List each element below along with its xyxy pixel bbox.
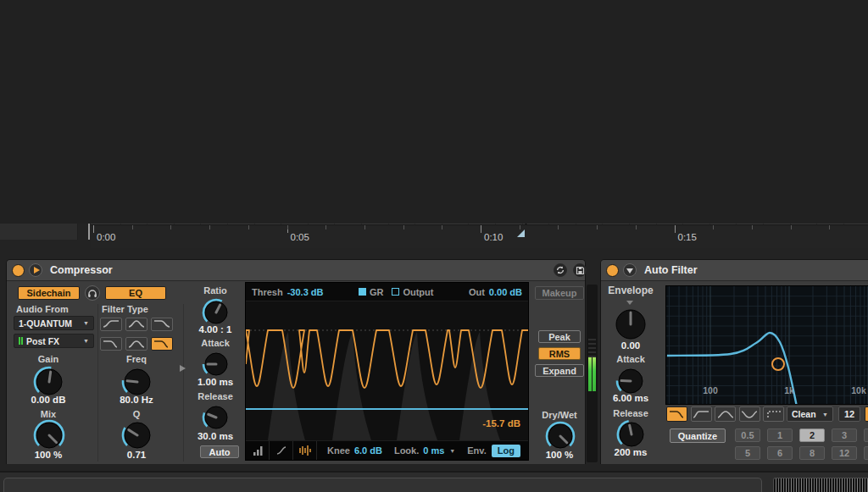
audio-from-label: Audio From [16, 304, 92, 314]
ratio-label: Ratio [181, 285, 249, 296]
device-on-led[interactable] [12, 264, 25, 277]
ruler-minor-tick [403, 225, 404, 229]
routing-select[interactable]: Post FX ▼ [14, 334, 94, 348]
quantize-button[interactable]: Quantize [670, 428, 726, 443]
auto-filter-title-bar[interactable]: Auto Filter [601, 260, 868, 281]
device-title: Auto Filter [644, 264, 698, 276]
q-value: 0.71 [103, 450, 170, 460]
auto-release-button[interactable]: Auto [200, 445, 239, 458]
freq-tick-100: 100 [693, 385, 727, 395]
ruler-label: 0:00 [97, 232, 115, 242]
af-release-value: 200 ms [601, 447, 660, 457]
ruler-minor-tick [287, 225, 288, 229]
device-on-led[interactable] [606, 264, 619, 277]
comp-filter-type-lowpass[interactable] [151, 337, 173, 351]
comp-filter-type-shelf-right-icon [102, 318, 120, 330]
af-filter-type-bandpass-icon [716, 408, 735, 420]
quantize-value-8[interactable]: 8 [799, 446, 825, 460]
slope-12-button[interactable]: 12 [838, 406, 860, 422]
af-filter-type-notch[interactable] [739, 406, 760, 422]
device-title: Compressor [50, 264, 113, 276]
comp-filter-type-bell[interactable] [125, 318, 147, 331]
ruler-major-tick [481, 225, 481, 233]
quantize-value-1[interactable]: 1 [767, 428, 793, 442]
filter-display[interactable]: 100 1k 10k [665, 285, 868, 405]
quantize-value-5[interactable]: 5 [735, 446, 760, 460]
compressor-title-bar[interactable]: Compressor [7, 260, 585, 281]
fold-arrow-icon[interactable] [180, 365, 186, 372]
envelope-value: 0.00 [601, 340, 660, 351]
comp-filter-type-bell-icon [127, 318, 146, 330]
af-filter-type-lowpass[interactable] [666, 406, 687, 422]
chevron-down-icon: ▼ [83, 338, 89, 344]
hot-swap-icon[interactable] [554, 263, 567, 277]
sidechain-button[interactable]: Sidechain [18, 286, 80, 300]
histogram-icon [252, 445, 264, 456]
knee-value[interactable]: 6.0 dB [354, 445, 382, 456]
expand-button[interactable]: Expand [535, 364, 584, 377]
rms-button[interactable]: RMS [538, 347, 581, 360]
listen-headphones-button[interactable] [85, 285, 100, 301]
quantize-value-2[interactable]: 2 [799, 428, 825, 442]
sample-overview-panel[interactable] [773, 478, 868, 492]
comp-filter-type-bump-icon [127, 338, 146, 350]
freq-label: Freq [103, 354, 170, 364]
comp-filter-type-shelf-left[interactable] [151, 318, 173, 331]
release-value: 30.0 ms [181, 431, 249, 441]
comp-filter-type-highcut[interactable] [100, 337, 122, 351]
af-release-label: Release [601, 408, 660, 418]
collapse-view-button[interactable] [246, 441, 270, 460]
ruler-minor-tick [713, 225, 714, 229]
ruler-minor-tick [132, 225, 133, 229]
look-value[interactable]: 0 ms [423, 445, 444, 456]
play-triangle-icon [34, 267, 40, 274]
freq-tick-1k: 1k [772, 385, 806, 395]
device-expand-button[interactable] [29, 263, 42, 277]
comp-filter-type-bump[interactable] [125, 337, 147, 351]
chain-level-meter [587, 285, 598, 462]
comp-filter-type-shelf-right[interactable] [100, 318, 122, 331]
audio-from-select[interactable]: 1-QUANTUM ▼ [14, 316, 94, 330]
ruler-minor-tick [209, 225, 210, 229]
compressor-display[interactable]: Thresh -30.3 dB GR Output Out 0.00 dB -1… [245, 282, 529, 461]
locator-marker[interactable] [517, 229, 525, 237]
ruler-minor-tick [520, 225, 520, 229]
quantize-value-4[interactable]: 4 [864, 428, 868, 442]
env-mode-toggle[interactable]: Log [492, 445, 520, 457]
time-ruler[interactable]: 0:000:050:100:15 [91, 224, 868, 248]
eq-button[interactable]: EQ [105, 286, 166, 300]
meter-ticks [588, 339, 596, 357]
env-label: Env. [467, 445, 486, 456]
activity-icon [298, 445, 312, 456]
headphones-icon [87, 289, 97, 298]
chevron-down-icon [626, 268, 633, 274]
makeup-button[interactable]: Makeup [535, 286, 584, 300]
device-collapse-button[interactable] [623, 263, 637, 277]
transfer-curve-button[interactable] [270, 441, 293, 460]
freq-value: 80.0 Hz [103, 395, 170, 405]
quantize-value-0.5[interactable]: 0.5 [735, 428, 760, 442]
af-filter-type-highpass[interactable] [691, 406, 712, 422]
quantize-value-3[interactable]: 3 [832, 428, 857, 442]
af-filter-type-morph[interactable] [763, 406, 784, 422]
meter-bar-left [588, 357, 592, 391]
ruler-major-tick [675, 225, 676, 233]
circuit-select[interactable]: Clean ▼ [787, 406, 833, 422]
slope-24-button[interactable]: 24 [865, 406, 868, 422]
save-preset-icon[interactable] [573, 263, 587, 277]
peak-button[interactable]: Peak [538, 330, 581, 343]
comp-filter-type-highcut-icon [102, 338, 120, 350]
activity-view-button[interactable] [293, 441, 317, 460]
quantize-value-6[interactable]: 6 [767, 446, 793, 460]
look-label: Look. [394, 445, 419, 456]
ruler-minor-tick [752, 225, 753, 229]
ruler-minor-tick [442, 225, 442, 229]
comp-filter-type-lowpass-icon [153, 338, 171, 350]
quantize-value-12[interactable]: 12 [832, 446, 857, 460]
af-filter-type-bandpass[interactable] [715, 406, 736, 422]
gain-value: 0.00 dB [14, 395, 82, 405]
clip-view-panel[interactable] [3, 478, 762, 492]
quantize-value-16[interactable]: 16 [864, 446, 868, 460]
chevron-down-icon[interactable]: ▼ [449, 448, 455, 454]
level-meter-icon [19, 337, 23, 345]
